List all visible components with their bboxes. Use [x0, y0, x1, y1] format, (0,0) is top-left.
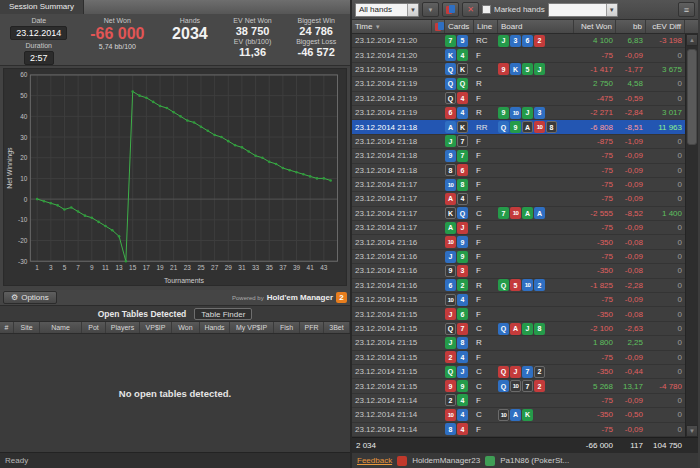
hand-row[interactable]: 23.12.2014 21:17A4F-75-0,090 [352, 192, 685, 206]
header-mark[interactable] [432, 20, 445, 33]
hand-row[interactable]: 23.12.2014 21:1599CQ10725 26813,17-4 780 [352, 379, 685, 393]
col-vpip[interactable]: VP$IP [140, 322, 172, 333]
hand-row[interactable]: 23.12.2014 21:2075RCJ3624 1006,83-3 198 [352, 34, 685, 48]
hand-row[interactable]: 23.12.2014 21:15QJCQJ72-350-0,440 [352, 365, 685, 379]
hand-line: C [474, 410, 498, 419]
scrollbar-thumb[interactable] [687, 49, 697, 145]
cev-diff-value: 0 [646, 410, 685, 419]
vertical-scrollbar[interactable]: ▲ ▼ [685, 34, 698, 437]
net-won-value: -75 [574, 425, 616, 434]
col-pfr[interactable]: PFR [300, 322, 324, 333]
col-site[interactable]: Site [14, 322, 40, 333]
hm-tray-icon[interactable] [397, 456, 407, 466]
hand-row[interactable]: 23.12.2014 21:14104C10AK-350-0,500 [352, 408, 685, 422]
col-pot[interactable]: Pot [82, 322, 106, 333]
hand-row[interactable]: 23.12.2014 21:1886F-75-0,090 [352, 164, 685, 178]
col-hash[interactable]: # [0, 322, 14, 333]
hands-filter-dropdown[interactable]: All hands ▼ [355, 3, 419, 17]
cev-diff-value: 0 [646, 425, 685, 434]
cards-icon [446, 5, 456, 15]
hand-row[interactable]: 23.12.2014 21:19Q4F-475-0,590 [352, 92, 685, 106]
hand-row[interactable]: 23.12.2014 21:15104F-75-0,090 [352, 293, 685, 307]
col-won[interactable]: Won [172, 322, 200, 333]
hand-row[interactable]: 23.12.2014 21:18J7F-875-1,090 [352, 135, 685, 149]
bb-value: -1,77 [616, 65, 646, 74]
card-8c: 8 [534, 323, 545, 335]
hand-row[interactable]: 23.12.2014 21:16109F-350-0,080 [352, 235, 685, 249]
net-won-value: -350 [574, 238, 616, 247]
scroll-down-icon[interactable]: ▼ [686, 425, 698, 437]
card-4d: 4 [457, 351, 468, 363]
hand-row[interactable]: 23.12.2014 21:17KQC710AA-2 555-8,521 400 [352, 207, 685, 221]
board-cards: 910J3 [498, 107, 574, 119]
svg-text:31: 31 [238, 264, 246, 271]
col-my-vpip[interactable]: My VP$IP [230, 322, 274, 333]
options-button[interactable]: ⚙ Options [3, 291, 57, 304]
col-hands[interactable]: Hands [200, 322, 230, 333]
hand-row[interactable]: 23.12.2014 21:1524F-75-0,090 [352, 351, 685, 365]
hand-time: 23.12.2014 21:19 [352, 79, 432, 88]
table-finder-button[interactable]: Table Finder [194, 308, 252, 320]
svg-text:39: 39 [293, 264, 301, 271]
marked-hands-checkbox[interactable] [482, 5, 491, 14]
hand-row[interactable]: 23.12.2014 21:1484F-75-0,090 [352, 423, 685, 437]
net-won-value: -2 555 [574, 209, 616, 218]
scroll-up-icon[interactable]: ▲ [686, 34, 698, 46]
hand-table-header: Time ▼ Cards Line Board Net Won bb cEV D… [352, 20, 698, 34]
hand-row[interactable]: 23.12.2014 21:17AJF-75-0,090 [352, 221, 685, 235]
hand-row[interactable]: 23.12.2014 21:16J9F-75-0,090 [352, 250, 685, 264]
scrollbar-track[interactable] [686, 46, 698, 425]
hand-row[interactable]: 23.12.2014 21:18AKRRQ9A108-6 808-8,5111 … [352, 120, 685, 134]
col-players[interactable]: Players [106, 322, 140, 333]
header-cev-diff[interactable]: cEV Diff [646, 20, 685, 33]
col-name[interactable]: Name [40, 322, 82, 333]
hand-row[interactable]: 23.12.2014 21:1964R910J3-2 271-2,843 017 [352, 106, 685, 120]
bb-value: -0,09 [616, 396, 646, 405]
hand-row[interactable]: 23.12.2014 21:19QQR2 7504,580 [352, 77, 685, 91]
hand-row[interactable]: 23.12.2014 21:20K4F-75-0,090 [352, 48, 685, 62]
header-bb[interactable]: bb [616, 20, 646, 33]
board-cards: 10AK [498, 409, 574, 421]
header-line[interactable]: Line [474, 20, 498, 33]
dropdown-more-button[interactable]: ▼ [422, 2, 439, 17]
card-8s: 8 [445, 164, 456, 176]
marked-hands-dropdown[interactable]: ▼ [548, 3, 618, 17]
hand-row[interactable]: 23.12.2014 21:17108F-75-0,090 [352, 178, 685, 192]
site-tray-icon[interactable] [485, 456, 495, 466]
cards-filter-button[interactable] [442, 2, 459, 17]
marked-hands-label: Marked hands [494, 5, 545, 14]
card-8d: 8 [457, 337, 468, 349]
svg-text:37: 37 [279, 264, 287, 271]
hand-row[interactable]: 23.12.2014 21:15J8R1 8002,250 [352, 336, 685, 350]
hand-row[interactable]: 23.12.2014 21:19QKC9K5J-1 417-1,773 675 [352, 63, 685, 77]
close-icon: ✕ [467, 5, 474, 14]
hole-cards: QJ [445, 366, 474, 378]
header-board[interactable]: Board [498, 20, 574, 33]
hand-time: 23.12.2014 21:17 [352, 209, 432, 218]
hand-row[interactable]: 23.12.2014 21:1897F-75-0,090 [352, 149, 685, 163]
net-won-value: -1 825 [574, 281, 616, 290]
hole-cards: AJ [445, 222, 474, 234]
hand-time: 23.12.2014 21:19 [352, 65, 432, 74]
cev-diff-value: 0 [646, 266, 685, 275]
hand-row[interactable]: 23.12.2014 21:15J6F-350-0,080 [352, 307, 685, 321]
col-fish[interactable]: Fish [274, 322, 300, 333]
feedback-link[interactable]: Feedback [357, 456, 392, 465]
hand-row[interactable]: 23.12.2014 21:1424F-75-0,090 [352, 394, 685, 408]
header-time[interactable]: Time ▼ [352, 20, 432, 33]
hand-time: 23.12.2014 21:14 [352, 425, 432, 434]
bb-value: 4,58 [616, 79, 646, 88]
hole-cards: QK [445, 63, 474, 75]
table-options-button[interactable]: ≡ [678, 2, 695, 17]
bb-value: -1,09 [616, 137, 646, 146]
header-net-won[interactable]: Net Won [574, 20, 616, 33]
header-cards[interactable]: Cards [445, 20, 474, 33]
tab-session-summary[interactable]: Session Summary [0, 0, 84, 14]
svg-text:40: 40 [20, 113, 28, 120]
hand-row[interactable]: 23.12.2014 21:15Q7CQAJ8-2 100-2,630 [352, 322, 685, 336]
card-Kd: K [510, 63, 521, 75]
clear-filter-button[interactable]: ✕ [462, 2, 479, 17]
hand-row[interactable]: 23.12.2014 21:1662RQ5102-1 825-2,280 [352, 279, 685, 293]
hand-row[interactable]: 23.12.2014 21:1693F-350-0,080 [352, 264, 685, 278]
col-3bet[interactable]: 3Bet [324, 322, 350, 333]
